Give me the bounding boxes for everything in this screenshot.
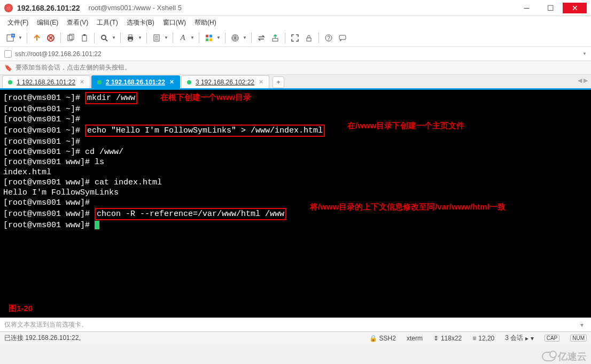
dropdown-icon[interactable]: ▼ [112, 35, 117, 40]
terminal-cursor [95, 221, 99, 229]
svg-rect-22 [339, 35, 346, 40]
address-dropdown-icon[interactable]: ▼ [582, 51, 587, 56]
properties-icon[interactable] [150, 32, 163, 44]
toolbar-separator [94, 33, 95, 43]
tab-close-icon[interactable]: ✕ [169, 79, 174, 86]
terminal-line: [root@vms001 ~]# [3, 137, 588, 147]
status-dot-icon [187, 80, 191, 84]
new-session-icon[interactable]: + [4, 32, 17, 44]
menu-window[interactable]: 窗口(W) [160, 17, 189, 28]
menu-tools[interactable]: 工具(T) [94, 17, 121, 28]
address-bar[interactable]: ssh://root@192.168.26.101:22 ▼ [0, 47, 591, 61]
status-caps: CAP [545, 335, 560, 342]
status-dot-icon [97, 80, 102, 84]
svg-rect-11 [129, 39, 132, 41]
disconnect-icon[interactable] [44, 32, 57, 44]
dropdown-icon[interactable]: ▼ [190, 35, 196, 40]
address-url: ssh://root@192.168.26.101:22 [15, 50, 102, 58]
terminal-line: [root@vms001 www]# cat index.html [3, 177, 588, 188]
tab-close-icon[interactable]: ✕ [259, 79, 263, 86]
transfer-icon[interactable] [255, 32, 268, 44]
dropdown-icon[interactable]: ▼ [216, 35, 222, 40]
lock-icon[interactable] [302, 32, 315, 44]
tab-label: 3 192.168.26.102:22 [196, 79, 254, 86]
search-icon[interactable] [98, 32, 111, 44]
color-icon[interactable] [203, 32, 215, 44]
terminal-line: [root@vms001 ~]# cd /www/ [3, 147, 588, 157]
status-connection: 已连接 192.168.26.101:22。 [4, 334, 85, 343]
watermark: 亿速云 [542, 350, 587, 363]
tab-label: 1 192.168.26.101:22 [17, 79, 75, 86]
paste-icon[interactable] [78, 32, 91, 44]
tab-add-button[interactable]: + [273, 76, 284, 88]
maximize-button[interactable]: ☐ [539, 3, 563, 13]
terminal-line: [root@vms001 www]# [3, 220, 588, 230]
svg-rect-15 [206, 38, 208, 41]
fullscreen-icon[interactable] [289, 32, 301, 44]
tab-nav-arrows[interactable]: ◀ ▶ [578, 77, 588, 84]
menu-edit[interactable]: 编辑(E) [34, 17, 61, 28]
status-bar: 已连接 192.168.26.101:22。 🔒 SSH2 xterm ⇕ 11… [0, 331, 591, 344]
title-ip: 192.168.26.101:22 [17, 4, 80, 12]
menu-view[interactable]: 查看(V) [64, 17, 91, 28]
reconnect-icon[interactable] [30, 32, 43, 44]
status-size: ⇕ 118x22 [433, 335, 462, 342]
dropdown-icon[interactable]: ▼ [18, 35, 24, 40]
toolbar-separator [199, 33, 199, 43]
annotation-text: 在/www目录下创建一个主页文件 [347, 120, 464, 130]
svg-rect-10 [129, 35, 132, 37]
menu-bar: 文件(F) 编辑(E) 查看(V) 工具(T) 选项卡(B) 窗口(W) 帮助(… [0, 16, 591, 29]
annotation-text: 在根下创建一个www目录 [160, 92, 251, 102]
window-controls: ─ ☐ ✕ [515, 3, 587, 13]
menu-tab[interactable]: 选项卡(B) [123, 17, 158, 28]
status-cursor: ≡ 12,20 [472, 335, 494, 342]
toolbar: + ▼ ▼ ▼ ▼ A ▼ ▼ ▼ ? [0, 29, 591, 47]
toolbar-separator [173, 33, 173, 43]
menu-help[interactable]: 帮助(H) [191, 17, 220, 28]
close-button[interactable]: ✕ [563, 3, 587, 13]
svg-rect-14 [209, 35, 212, 37]
hint-bar: 🔖 要添加当前会话，点击左侧的箭头按钮。 [0, 61, 591, 75]
tab-close-icon[interactable]: ✕ [80, 79, 84, 86]
copy-icon[interactable] [64, 32, 77, 44]
status-sessions: 3 会话 ▸ ▾ [505, 334, 533, 343]
send-icon[interactable]: ▾ [577, 320, 587, 330]
status-dot-icon [8, 80, 12, 84]
session-icon [4, 50, 12, 58]
print-icon[interactable] [124, 32, 137, 44]
toolbar-separator [27, 33, 27, 43]
font-icon[interactable]: A [176, 32, 189, 44]
tab-session-3[interactable]: 3 192.168.26.102:22 ✕ [181, 75, 269, 88]
tab-session-2[interactable]: 2 192.168.26.101:22 ✕ [91, 75, 180, 88]
chat-icon[interactable] [336, 32, 349, 44]
app-icon [4, 4, 13, 12]
toolbar-separator [251, 33, 252, 43]
watermark-icon [542, 352, 556, 361]
highlighted-command: echo "Hello I'm FollowSymLinks" > /www/i… [85, 125, 325, 137]
dropdown-icon[interactable]: ▼ [138, 35, 143, 40]
menu-file[interactable]: 文件(F) [4, 17, 32, 28]
highlighted-command: chcon -R --reference=/var/www/html /www [95, 208, 286, 220]
terminal-pane[interactable]: [root@vms001 ~]# mkdir /www[root@vms001 … [0, 90, 591, 317]
terminal-line: [root@vms001 www]# ls [3, 157, 588, 167]
bookmark-icon[interactable]: 🔖 [4, 64, 12, 72]
globe-icon[interactable] [229, 32, 242, 44]
minimize-button[interactable]: ─ [515, 3, 539, 13]
help-icon[interactable]: ? [322, 32, 335, 44]
terminal-line: [root@vms001 ~]# [3, 114, 588, 125]
toolbar-separator [60, 33, 61, 43]
terminal-line: [root@vms001 ~]# [3, 104, 588, 114]
terminal-line: [root@vms001 ~]# echo "Hello I'm FollowS… [3, 125, 588, 137]
svg-point-8 [102, 35, 106, 40]
svg-rect-19 [307, 38, 311, 41]
compose-bar[interactable]: 仅将文本发送到当前选项卡。 ▾ [0, 317, 591, 331]
toolbar-separator [225, 33, 225, 43]
tab-session-1[interactable]: 1 192.168.26.101:22 ✕ [2, 75, 90, 88]
svg-rect-16 [209, 38, 212, 41]
svg-text:?: ? [327, 35, 330, 41]
svg-rect-13 [206, 35, 208, 37]
upload-icon[interactable] [269, 32, 282, 44]
dropdown-icon[interactable]: ▼ [164, 35, 169, 40]
dropdown-icon[interactable]: ▼ [243, 35, 248, 40]
title-path: root@vms001:/www - Xshell 5 [89, 4, 182, 12]
